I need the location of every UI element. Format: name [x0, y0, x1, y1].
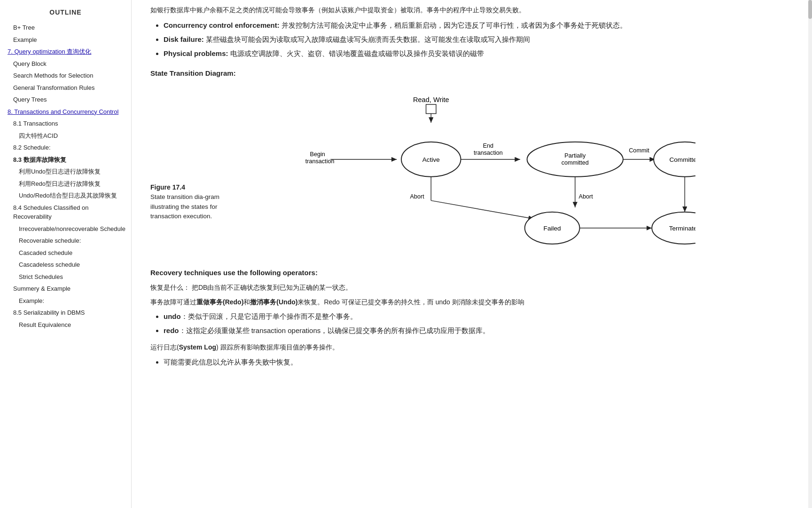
- bullet-concurrency-text: 并发控制方法可能会决定中止事务，稍后重新启动，因为它违反了可串行性，或者因为多个…: [281, 21, 627, 29]
- figure-caption: Figure 17.4 State transition dia-gram il…: [150, 183, 249, 221]
- sidebar-item-cascaded[interactable]: Cascaded schedule: [0, 247, 131, 259]
- sidebar-item-query-trees[interactable]: Query Trees: [0, 94, 131, 106]
- figure-description: State transition dia-gram illustrating t…: [150, 192, 249, 221]
- sidebar-item-general-transform[interactable]: General Transformation Rules: [0, 82, 131, 94]
- recovery-bullets-list: undo：类似于回滚，只是它适用于单个操作而不是整个事务。 redo：这指定必须…: [150, 311, 789, 336]
- sidebar-item-undo-redo-recovery[interactable]: Undo/Redo结合型日志及其故障恢复: [0, 190, 131, 202]
- sidebar-item-irrecoverable[interactable]: Irrecoverable/nonrecoverable Schedule: [0, 223, 131, 235]
- label-active: Active: [422, 156, 440, 163]
- label-abort2: Abort: [579, 193, 593, 200]
- label-committed: Committed: [669, 156, 695, 163]
- sidebar-item-schedules-classified[interactable]: 8.4 Schedules Classified on Recoverabili…: [0, 202, 131, 223]
- bullet-concurrency: Concurrency control enforcement: 并发控制方法可…: [164, 20, 789, 31]
- label-begin-2: transaction: [305, 158, 335, 165]
- bullet-disk: Disk failure: 某些磁盘块可能会因为读取或写入故障或磁盘读写头崩溃而…: [164, 34, 789, 45]
- sidebar-item-example-2[interactable]: Example:: [0, 295, 131, 307]
- bullet-physical: Physical problems: 电源或空调故障、火灾、盗窃、错误地覆盖磁盘…: [164, 48, 789, 59]
- sidebar-link-query-optimization[interactable]: 7. Query optimization 查询优化: [8, 48, 91, 55]
- sidebar-item-redo-recovery[interactable]: 利用Redo型日志进行故障恢复: [0, 178, 131, 190]
- sidebar-items-container: B+ TreeExample7. Query optimization 查询优化…: [0, 22, 131, 331]
- undo-text: ：类似于回滚，只是它适用于单个操作而不是整个事务。: [181, 312, 357, 320]
- state-transition-diagram-container: Read, Write Begin transaction Active End…: [150, 88, 789, 258]
- bullet-undo: undo：类似于回滚，只是它适用于单个操作而不是整个事务。: [164, 311, 789, 322]
- bullet-physical-label: Physical problems:: [164, 49, 228, 57]
- bullet-redo: redo：这指定必须重做某些 transaction operations，以确…: [164, 325, 789, 336]
- bullet-concurrency-label: Concurrency control enforcement:: [164, 21, 280, 29]
- main-content: 如银行数据库中账户余额不足之类的情况可能会导致事务（例如从该账户中提取资金）被取…: [132, 0, 808, 508]
- recovery-line2: 事务故障可通过重做事务(Redo)和撤消事务(Undo)来恢复。Redo 可保证…: [150, 297, 789, 307]
- label-failed: Failed: [544, 225, 561, 232]
- label-terminated: Terminated: [669, 225, 695, 232]
- sidebar-item-undo-recovery[interactable]: 利用Undo型日志进行故障恢复: [0, 166, 131, 178]
- state-transition-svg: Read, Write Begin transaction Active End…: [244, 88, 695, 258]
- system-log-bullet: 可能需要此信息以允许从事务失败中恢复。: [164, 357, 789, 368]
- sidebar-link-transactions[interactable]: 8. Transactions and Concurrency Control: [8, 108, 118, 115]
- bullet-disk-label: Disk failure:: [164, 35, 204, 43]
- label-abort1: Abort: [410, 193, 425, 200]
- sidebar-item-acid[interactable]: 四大特性ACID: [0, 130, 131, 142]
- label-end-2: transaction: [474, 150, 503, 156]
- recovery-intro: 恢复是什么： 把DB由当前不正确状态恢复到已知为正确的某一状态。: [150, 282, 789, 293]
- system-log-line: 运行日志(System Log) 跟踪所有影响数据库项目值的事务操作。: [150, 342, 789, 352]
- sidebar-item-db-recovery[interactable]: 8.3 数据库故障恢复: [0, 154, 131, 166]
- sidebar-item-search-methods[interactable]: Search Methods for Selection: [0, 70, 131, 82]
- sidebar-item-strict[interactable]: Strict Schedules: [0, 271, 131, 283]
- sidebar-item-cascadeless[interactable]: Cascadeless schedule: [0, 259, 131, 271]
- sidebar-item-transactions-8-1[interactable]: 8.1 Transactions: [0, 118, 131, 130]
- scrollbar-track[interactable]: [808, 0, 812, 508]
- sidebar-item-schedule-8-2[interactable]: 8.2 Schedule:: [0, 142, 131, 154]
- sidebar: OUTLINE B+ TreeExample7. Query optimizat…: [0, 0, 132, 508]
- undo-label: undo: [164, 312, 181, 320]
- figure-title: Figure 17.4: [150, 183, 249, 192]
- label-partially-1: Partially: [564, 152, 586, 159]
- sidebar-item-query-block[interactable]: Query Block: [0, 58, 131, 70]
- label-end-1: End: [483, 143, 493, 150]
- sidebar-item-example-1[interactable]: Example: [0, 34, 131, 46]
- bullet-physical-text: 电源或空调故障、火灾、盗窃、错误地覆盖磁盘或磁带以及操作员安装错误的磁带: [230, 49, 484, 57]
- sidebar-item-transactions[interactable]: 8. Transactions and Concurrency Control: [0, 106, 131, 118]
- sidebar-title: OUTLINE: [0, 5, 131, 22]
- sidebar-item-result-equivalence[interactable]: Result Equivalence: [0, 319, 131, 331]
- recovery-title: Recovery techniques use the following op…: [150, 267, 789, 278]
- system-log-bullets: 可能需要此信息以允许从事务失败中恢复。: [150, 357, 789, 368]
- label-commit: Commit: [629, 148, 649, 154]
- state-transition-title: State Transition Diagram:: [150, 68, 789, 79]
- redo-text: ：这指定必须重做某些 transaction operations，以确保已提交…: [179, 326, 490, 334]
- failure-types-list: Concurrency control enforcement: 并发控制方法可…: [150, 20, 789, 59]
- svg-line-6: [431, 201, 534, 219]
- scrollbar-thumb[interactable]: [808, 0, 812, 19]
- sidebar-item-serializability[interactable]: 8.5 Serializability in DBMS: [0, 307, 131, 319]
- intro-paragraph: 如银行数据库中账户余额不足之类的情况可能会导致事务（例如从该账户中提取资金）被取…: [150, 5, 789, 15]
- bullet-disk-text: 某些磁盘块可能会因为读取或写入故障或磁盘读写头崩溃而丢失数据。这可能发生在读取或…: [206, 35, 530, 43]
- redo-label: redo: [164, 326, 179, 334]
- sidebar-item-recoverable[interactable]: Recoverable schedule:: [0, 235, 131, 247]
- sidebar-item-query-optimization[interactable]: 7. Query optimization 查询优化: [0, 46, 131, 58]
- label-read-write: Read, Write: [413, 96, 449, 104]
- label-begin-1: Begin: [310, 151, 325, 158]
- svg-rect-1: [426, 104, 436, 113]
- sidebar-item-b-plus-tree[interactable]: B+ Tree: [0, 22, 131, 34]
- sidebar-item-summery[interactable]: Summery & Example: [0, 283, 131, 295]
- label-partially-2: committed: [562, 160, 589, 167]
